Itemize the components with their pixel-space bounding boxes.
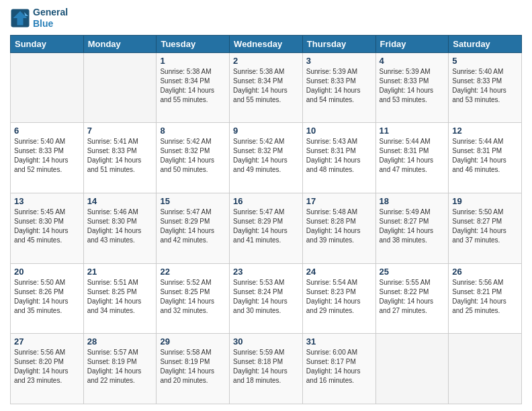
day-cell: 15Sunrise: 5:47 AM Sunset: 8:29 PM Dayli…	[157, 193, 230, 263]
week-row-4: 20Sunrise: 5:50 AM Sunset: 8:26 PM Dayli…	[11, 263, 522, 334]
day-detail: Sunrise: 5:55 AM Sunset: 8:22 PM Dayligh…	[380, 278, 445, 316]
day-number: 7	[87, 126, 153, 136]
day-detail: Sunrise: 5:39 AM Sunset: 8:33 PM Dayligh…	[306, 67, 372, 105]
day-cell: 1Sunrise: 5:38 AM Sunset: 8:34 PM Daylig…	[157, 52, 230, 123]
day-cell: 7Sunrise: 5:41 AM Sunset: 8:33 PM Daylig…	[83, 123, 157, 193]
day-detail: Sunrise: 5:39 AM Sunset: 8:33 PM Dayligh…	[380, 67, 445, 105]
day-number: 10	[306, 126, 372, 136]
day-cell: 14Sunrise: 5:46 AM Sunset: 8:30 PM Dayli…	[83, 193, 157, 263]
day-detail: Sunrise: 5:42 AM Sunset: 8:32 PM Dayligh…	[160, 137, 226, 175]
day-detail: Sunrise: 5:45 AM Sunset: 8:30 PM Dayligh…	[14, 208, 80, 245]
weekday-header-wednesday: Wednesday	[230, 35, 303, 52]
weekday-header-friday: Friday	[375, 35, 449, 52]
day-detail: Sunrise: 5:43 AM Sunset: 8:31 PM Dayligh…	[306, 137, 372, 175]
day-detail: Sunrise: 5:56 AM Sunset: 8:20 PM Dayligh…	[14, 348, 80, 385]
day-detail: Sunrise: 6:00 AM Sunset: 8:17 PM Dayligh…	[306, 348, 372, 385]
day-cell: 28Sunrise: 5:57 AM Sunset: 8:19 PM Dayli…	[83, 334, 157, 404]
day-detail: Sunrise: 5:58 AM Sunset: 8:19 PM Dayligh…	[160, 348, 226, 385]
day-number: 22	[160, 267, 226, 277]
day-cell: 31Sunrise: 6:00 AM Sunset: 8:17 PM Dayli…	[302, 334, 375, 404]
day-number: 29	[160, 336, 226, 347]
day-cell: 22Sunrise: 5:52 AM Sunset: 8:25 PM Dayli…	[157, 263, 230, 334]
day-cell: 2Sunrise: 5:38 AM Sunset: 8:34 PM Daylig…	[230, 52, 303, 123]
day-number: 16	[233, 196, 299, 206]
weekday-header-sunday: Sunday	[11, 35, 84, 52]
day-detail: Sunrise: 5:51 AM Sunset: 8:25 PM Dayligh…	[87, 278, 153, 316]
day-cell	[375, 334, 449, 404]
day-detail: Sunrise: 5:48 AM Sunset: 8:28 PM Dayligh…	[306, 208, 372, 245]
week-row-1: 1Sunrise: 5:38 AM Sunset: 8:34 PM Daylig…	[11, 52, 522, 123]
header: General Blue	[10, 7, 522, 30]
day-detail: Sunrise: 5:40 AM Sunset: 8:33 PM Dayligh…	[452, 67, 518, 105]
calendar-body: 1Sunrise: 5:38 AM Sunset: 8:34 PM Daylig…	[11, 52, 522, 404]
day-detail: Sunrise: 5:47 AM Sunset: 8:29 PM Dayligh…	[233, 208, 299, 245]
day-detail: Sunrise: 5:41 AM Sunset: 8:33 PM Dayligh…	[87, 137, 153, 175]
day-cell: 4Sunrise: 5:39 AM Sunset: 8:33 PM Daylig…	[375, 52, 449, 123]
day-cell: 3Sunrise: 5:39 AM Sunset: 8:33 PM Daylig…	[302, 52, 375, 123]
day-detail: Sunrise: 5:46 AM Sunset: 8:30 PM Dayligh…	[87, 208, 153, 245]
day-cell: 25Sunrise: 5:55 AM Sunset: 8:22 PM Dayli…	[375, 263, 449, 334]
day-detail: Sunrise: 5:59 AM Sunset: 8:18 PM Dayligh…	[233, 348, 299, 385]
day-number: 21	[87, 267, 153, 277]
day-number: 5	[452, 56, 518, 66]
page: General Blue SundayMondayTuesdayWednesda…	[0, 0, 532, 411]
day-cell: 13Sunrise: 5:45 AM Sunset: 8:30 PM Dayli…	[11, 193, 84, 263]
day-detail: Sunrise: 5:50 AM Sunset: 8:27 PM Dayligh…	[452, 208, 518, 245]
day-cell: 23Sunrise: 5:53 AM Sunset: 8:24 PM Dayli…	[230, 263, 303, 334]
day-number: 9	[233, 126, 299, 136]
weekday-header-tuesday: Tuesday	[157, 35, 230, 52]
day-cell	[11, 52, 84, 123]
day-number: 17	[306, 196, 372, 206]
day-number: 26	[452, 267, 518, 277]
day-detail: Sunrise: 5:40 AM Sunset: 8:33 PM Dayligh…	[14, 137, 80, 175]
day-number: 6	[14, 126, 80, 136]
day-number: 13	[14, 196, 80, 206]
day-detail: Sunrise: 5:52 AM Sunset: 8:25 PM Dayligh…	[160, 278, 226, 316]
day-number: 27	[14, 336, 80, 347]
logo-icon	[10, 8, 30, 28]
day-detail: Sunrise: 5:57 AM Sunset: 8:19 PM Dayligh…	[87, 348, 153, 385]
day-number: 1	[160, 56, 226, 66]
day-detail: Sunrise: 5:49 AM Sunset: 8:27 PM Dayligh…	[380, 208, 445, 245]
day-number: 4	[380, 56, 445, 66]
day-detail: Sunrise: 5:56 AM Sunset: 8:21 PM Dayligh…	[452, 278, 518, 316]
day-detail: Sunrise: 5:38 AM Sunset: 8:34 PM Dayligh…	[233, 67, 299, 105]
day-number: 18	[380, 196, 445, 206]
day-detail: Sunrise: 5:54 AM Sunset: 8:23 PM Dayligh…	[306, 278, 372, 316]
day-cell: 20Sunrise: 5:50 AM Sunset: 8:26 PM Dayli…	[11, 263, 84, 334]
day-number: 14	[87, 196, 153, 206]
weekday-header-saturday: Saturday	[449, 35, 522, 52]
day-number: 24	[306, 267, 372, 277]
day-number: 3	[306, 56, 372, 66]
weekday-header-monday: Monday	[83, 35, 157, 52]
day-number: 19	[452, 196, 518, 206]
day-cell: 5Sunrise: 5:40 AM Sunset: 8:33 PM Daylig…	[449, 52, 522, 123]
logo: General Blue	[10, 7, 68, 30]
day-cell: 16Sunrise: 5:47 AM Sunset: 8:29 PM Dayli…	[230, 193, 303, 263]
day-cell: 6Sunrise: 5:40 AM Sunset: 8:33 PM Daylig…	[11, 123, 84, 193]
day-detail: Sunrise: 5:44 AM Sunset: 8:31 PM Dayligh…	[452, 137, 518, 175]
day-cell: 21Sunrise: 5:51 AM Sunset: 8:25 PM Dayli…	[83, 263, 157, 334]
day-cell: 24Sunrise: 5:54 AM Sunset: 8:23 PM Dayli…	[302, 263, 375, 334]
week-row-5: 27Sunrise: 5:56 AM Sunset: 8:20 PM Dayli…	[11, 334, 522, 404]
day-cell: 19Sunrise: 5:50 AM Sunset: 8:27 PM Dayli…	[449, 193, 522, 263]
day-number: 2	[233, 56, 299, 66]
day-cell: 11Sunrise: 5:44 AM Sunset: 8:31 PM Dayli…	[375, 123, 449, 193]
day-cell: 10Sunrise: 5:43 AM Sunset: 8:31 PM Dayli…	[302, 123, 375, 193]
day-number: 8	[160, 126, 226, 136]
day-number: 25	[380, 267, 445, 277]
day-detail: Sunrise: 5:44 AM Sunset: 8:31 PM Dayligh…	[380, 137, 445, 175]
day-cell	[83, 52, 157, 123]
day-detail: Sunrise: 5:53 AM Sunset: 8:24 PM Dayligh…	[233, 278, 299, 316]
day-cell: 12Sunrise: 5:44 AM Sunset: 8:31 PM Dayli…	[449, 123, 522, 193]
weekday-header-thursday: Thursday	[302, 35, 375, 52]
day-number: 15	[160, 196, 226, 206]
day-cell: 26Sunrise: 5:56 AM Sunset: 8:21 PM Dayli…	[449, 263, 522, 334]
week-row-3: 13Sunrise: 5:45 AM Sunset: 8:30 PM Dayli…	[11, 193, 522, 263]
day-detail: Sunrise: 5:42 AM Sunset: 8:32 PM Dayligh…	[233, 137, 299, 175]
day-number: 31	[306, 336, 372, 347]
day-number: 23	[233, 267, 299, 277]
day-cell: 8Sunrise: 5:42 AM Sunset: 8:32 PM Daylig…	[157, 123, 230, 193]
day-number: 30	[233, 336, 299, 347]
day-cell: 30Sunrise: 5:59 AM Sunset: 8:18 PM Dayli…	[230, 334, 303, 404]
